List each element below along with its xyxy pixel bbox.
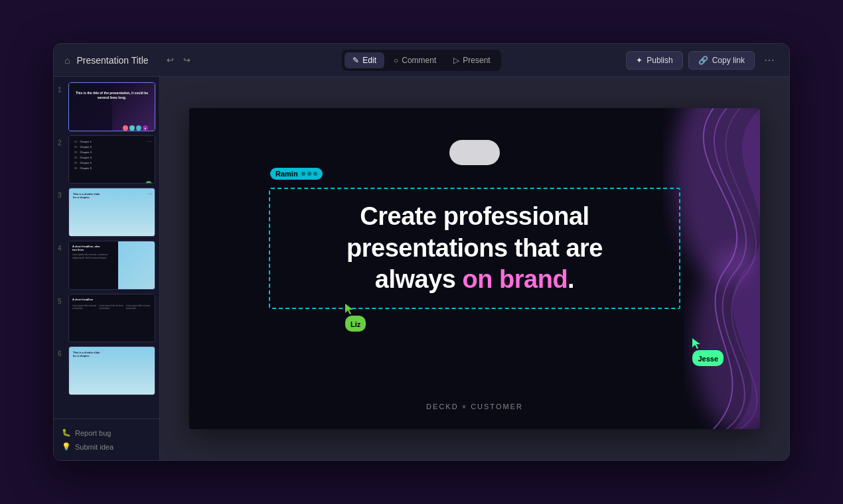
slide-headline: Create professional presentations that a… [286, 201, 663, 296]
submit-idea-link[interactable]: 💡 Submit idea [62, 440, 151, 454]
redo-button[interactable]: ↪ [180, 53, 194, 67]
present-mode-button[interactable]: ▷ Present [445, 52, 498, 68]
presentation-title: Presentation Title [76, 55, 148, 66]
slide-number-4: 4 [58, 245, 64, 252]
slide1-title: This is the title of the presentation, i… [73, 91, 151, 99]
highlight-brand: brand [499, 265, 568, 293]
slide-number-3: 3 [58, 192, 64, 199]
home-icon[interactable]: ⌂ [64, 55, 70, 66]
header-left: ⌂ Presentation Title ↩ ↪ [64, 53, 342, 67]
main-content: 1 This is the title of the presentation,… [54, 77, 789, 460]
comment-icon: ○ [394, 56, 398, 65]
headline-part3: always [375, 265, 463, 293]
highlight-on: on [463, 265, 499, 293]
edit-icon: ✎ [352, 56, 359, 65]
jesse-cursor-arrow [692, 338, 702, 349]
publish-icon: ✦ [636, 56, 643, 65]
slide-item-3[interactable]: 3 This is a divider slidefor a chapter. … [58, 188, 155, 237]
slide-thumb-3: This is a divider slidefor a chapter. ⋯ [68, 188, 155, 237]
slide-thumb-2: 01Chapter 1 02Chapter 2 03Chapter 3 04Ch… [68, 135, 155, 184]
liz-label-container: Liz [345, 316, 366, 332]
slide-item-5[interactable]: 5 A short headline Lorem ipsum dolor sit… [58, 294, 155, 343]
headline-part2: presentations that are [346, 234, 603, 262]
idea-icon: 💡 [62, 442, 71, 451]
ramin-dots [301, 172, 317, 176]
more-options-button[interactable]: ⋯ [760, 51, 779, 69]
text-box[interactable]: Ramin Create professional presentations … [269, 188, 680, 309]
bug-icon: 🐛 [62, 428, 71, 437]
link-icon: 🔗 [698, 56, 708, 65]
slide-thumb-4: A short headline, alsotwo lines Lorem ip… [68, 241, 155, 290]
comment-mode-button[interactable]: ○ Comment [386, 52, 444, 68]
edit-mode-button[interactable]: ✎ Edit [345, 52, 384, 68]
header-right: ✦ Publish 🔗 Copy link ⋯ [501, 51, 779, 70]
canvas-area: Ramin Create professional presentations … [160, 77, 789, 460]
slide-thumb-6: This is a divider slidefor a chapter. [68, 346, 155, 395]
sidebar-footer: 🐛 Report bug 💡 Submit idea [54, 418, 159, 460]
liz-cursor-arrow [345, 304, 354, 314]
slide-number-5: 5 [58, 298, 64, 305]
mode-switcher: ✎ Edit ○ Comment ▷ Present [342, 50, 500, 71]
publish-button[interactable]: ✦ Publish [626, 51, 682, 70]
jesse-label-container: Jesse [692, 350, 724, 366]
slide-logo-bar: DECKD × CUSTOMER [426, 403, 523, 410]
slide-toggle-element [449, 140, 500, 165]
slide-item-2[interactable]: 2 01Chapter 1 02Chapter 2 03Chapter 3 04… [58, 135, 155, 184]
app-window: ⌂ Presentation Title ↩ ↪ ✎ Edit ○ Commen… [53, 43, 790, 461]
report-bug-link[interactable]: 🐛 Report bug [62, 426, 151, 440]
cursor-liz: Liz [345, 304, 366, 332]
slide-thumb-1: This is the title of the presentation, i… [68, 82, 155, 131]
ramin-label: Ramin [275, 170, 298, 178]
undo-redo-group: ↩ ↪ [163, 53, 194, 67]
present-icon: ▷ [453, 56, 459, 65]
slide-number-1: 1 [58, 86, 64, 94]
slide-thumbnails: 1 This is the title of the presentation,… [54, 77, 159, 418]
svg-marker-2 [345, 304, 353, 314]
copy-link-button[interactable]: 🔗 Copy link [688, 51, 755, 70]
slide-canvas: Ramin Create professional presentations … [189, 108, 760, 429]
slide-item-4[interactable]: 4 A short headline, alsotwo lines Lorem … [58, 241, 155, 290]
jesse-label: Jesse [698, 355, 718, 363]
header: ⌂ Presentation Title ↩ ↪ ✎ Edit ○ Commen… [54, 44, 789, 77]
cursor-jesse: Jesse [692, 338, 724, 366]
svg-marker-3 [692, 338, 700, 349]
headline-part1: Create professional [360, 202, 589, 230]
slide-number-2: 2 [58, 139, 64, 147]
cursor-ramin: Ramin [270, 168, 323, 180]
liz-label: Liz [350, 320, 360, 328]
sidebar: 1 This is the title of the presentation,… [54, 77, 160, 460]
slide-item-6[interactable]: 6 This is a divider slidefor a chapter. [58, 346, 155, 395]
slide-thumb-5: A short headline Lorem ipsum dolor sit a… [68, 294, 155, 343]
slide-number-6: 6 [58, 350, 64, 357]
headline-period: . [568, 265, 574, 293]
undo-button[interactable]: ↩ [163, 53, 177, 67]
slide-item-1[interactable]: 1 This is the title of the presentation,… [58, 82, 155, 131]
